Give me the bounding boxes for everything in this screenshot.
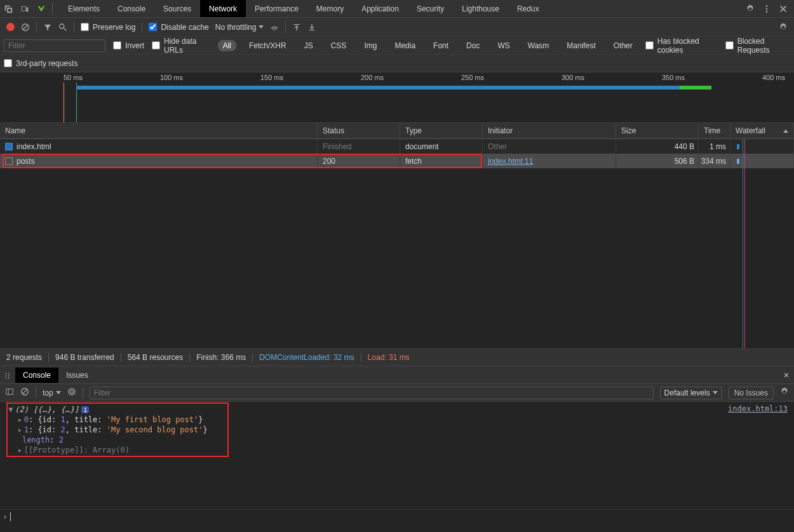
network-conditions-icon[interactable]: [270, 23, 279, 32]
tab-lighthouse[interactable]: Lighthouse: [453, 0, 508, 17]
close-devtools-icon[interactable]: [775, 0, 791, 18]
console-object-header[interactable]: ▼(2) [{…}, {…}]i: [4, 404, 790, 415]
timeline-load-line: [64, 83, 64, 123]
cell-size: 440 B: [616, 139, 699, 154]
inspect-icon[interactable]: [0, 0, 17, 18]
filter-pill-fetch-xhr[interactable]: Fetch/XHR: [244, 40, 292, 51]
record-button[interactable]: [6, 23, 15, 31]
request-row[interactable]: posts200fetchindex.html:11506 B334 ms: [0, 154, 794, 168]
timeline-tick: 400 ms: [762, 74, 785, 81]
column-header-waterfall[interactable]: Waterfall: [730, 123, 794, 138]
console-clear-icon[interactable]: [20, 387, 29, 398]
request-row[interactable]: index.htmlFinisheddocumentOther440 B1 ms: [0, 139, 794, 154]
svg-point-8: [8, 373, 10, 374]
drawer-tab-console[interactable]: Console: [15, 368, 58, 383]
device-toggle-icon[interactable]: [17, 0, 33, 18]
svg-point-13: [70, 390, 73, 393]
column-header-status[interactable]: Status: [318, 123, 400, 138]
column-header-name[interactable]: Name: [0, 123, 318, 138]
console-settings-icon[interactable]: [780, 387, 789, 398]
context-select[interactable]: top: [43, 389, 61, 397]
obj-text: , title:: [65, 415, 107, 424]
svg-point-7: [6, 377, 7, 378]
console-filter-input[interactable]: [90, 387, 654, 399]
array-index: 1: [24, 425, 29, 434]
filter-pill-img[interactable]: Img: [359, 40, 382, 51]
settings-icon[interactable]: [742, 0, 758, 18]
info-badge[interactable]: i: [81, 406, 89, 413]
filter-input[interactable]: [4, 39, 105, 52]
invert-label: Invert: [125, 41, 144, 50]
tab-network[interactable]: Network: [200, 0, 246, 17]
column-header-type[interactable]: Type: [400, 123, 483, 138]
blocked-requests-checkbox[interactable]: Blocked Requests: [725, 37, 790, 55]
console-source-link[interactable]: index.html:13: [728, 404, 788, 413]
svg-point-4: [60, 23, 64, 28]
prop-key: length: [22, 436, 50, 444]
log-levels-select[interactable]: Default levels: [660, 387, 722, 399]
filter-pill-font[interactable]: Font: [428, 40, 454, 51]
waterfall-dom-line: [743, 139, 743, 349]
column-header-size[interactable]: Size: [616, 123, 699, 138]
filter-toolbar: Invert Hide data URLs AllFetch/XHRJSCSSI…: [0, 37, 794, 55]
console-array-item[interactable]: ▸1: {id: 2, title: 'My second blog post'…: [4, 425, 790, 435]
console-prototype[interactable]: ▸[[Prototype]]: Array(0): [4, 445, 790, 455]
tab-console[interactable]: Console: [109, 0, 154, 17]
import-har-icon[interactable]: [292, 23, 301, 32]
filter-pill-ws[interactable]: WS: [492, 40, 515, 51]
filter-icon[interactable]: [43, 23, 52, 32]
vue-devtools-icon[interactable]: [33, 0, 50, 18]
drawer-handle-icon[interactable]: [0, 371, 15, 380]
filter-pill-all[interactable]: All: [218, 40, 236, 51]
tab-memory[interactable]: Memory: [307, 0, 353, 17]
tab-sources[interactable]: Sources: [154, 0, 200, 17]
proto-val: Array(0): [93, 446, 130, 455]
blocked-cookies-checkbox[interactable]: Has blocked cookies: [645, 37, 718, 55]
network-settings-icon[interactable]: [779, 23, 788, 32]
blocked-cookies-label: Has blocked cookies: [657, 37, 718, 55]
filter-pill-manifest[interactable]: Manifest: [562, 40, 600, 51]
filter-pill-doc[interactable]: Doc: [461, 40, 485, 51]
preserve-log-checkbox[interactable]: Preserve log: [81, 23, 135, 32]
console-array-item[interactable]: ▸0: {id: 1, title: 'My first blog post'}: [4, 415, 790, 425]
tab-application[interactable]: Application: [353, 0, 408, 17]
hide-data-urls-label: Hide data URLs: [164, 37, 210, 55]
console-prompt[interactable]: ›: [0, 510, 794, 524]
more-icon[interactable]: [758, 0, 775, 18]
column-header-time[interactable]: Time: [699, 123, 730, 138]
svg-rect-11: [6, 389, 13, 395]
drawer-close-icon[interactable]: ×: [779, 370, 794, 380]
svg-point-2: [766, 11, 768, 13]
filter-pill-wasm[interactable]: Wasm: [523, 40, 555, 51]
disable-cache-checkbox[interactable]: Disable cache: [142, 23, 208, 32]
hide-data-urls-checkbox[interactable]: Hide data URLs: [152, 37, 210, 55]
throttling-select[interactable]: No throttling: [215, 23, 264, 32]
export-har-icon[interactable]: [307, 23, 316, 32]
tab-redux[interactable]: Redux: [508, 0, 548, 17]
console-sidebar-icon[interactable]: [5, 387, 14, 398]
console-property[interactable]: length: 2: [4, 435, 790, 445]
disable-cache-label: Disable cache: [161, 23, 208, 32]
cell-initiator[interactable]: index.html:11: [483, 154, 616, 168]
no-issues-button[interactable]: No Issues: [729, 387, 774, 399]
live-expression-icon[interactable]: [67, 387, 76, 398]
third-party-checkbox[interactable]: 3rd-party requests: [4, 59, 77, 68]
filter-pill-js[interactable]: JS: [299, 40, 318, 51]
tab-performance[interactable]: Performance: [246, 0, 307, 17]
filter-pill-css[interactable]: CSS: [326, 40, 352, 51]
timeline-tick: 300 ms: [562, 74, 584, 81]
search-icon[interactable]: [58, 23, 67, 32]
cell-status: Finished: [318, 139, 400, 154]
clear-icon[interactable]: [21, 23, 30, 32]
svg-point-1: [766, 8, 768, 10]
filter-pill-other[interactable]: Other: [609, 40, 638, 51]
timeline-overview[interactable]: 50 ms100 ms150 ms200 ms250 ms300 ms350 m…: [0, 72, 794, 123]
tab-elements[interactable]: Elements: [59, 0, 109, 17]
filter-pill-media[interactable]: Media: [389, 40, 421, 51]
cell-initiator: Other: [483, 139, 616, 154]
drawer-tab-issues[interactable]: Issues: [58, 368, 96, 383]
tab-security[interactable]: Security: [408, 0, 453, 17]
obj-num: 2: [61, 425, 65, 434]
column-header-initiator[interactable]: Initiator: [483, 123, 616, 138]
invert-checkbox[interactable]: Invert: [113, 41, 144, 50]
